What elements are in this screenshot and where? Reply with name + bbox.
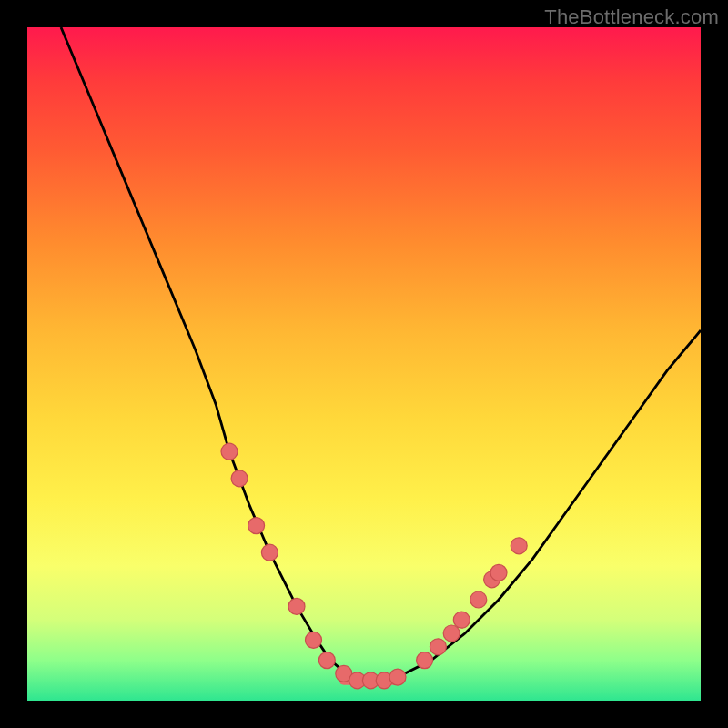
marker-dot	[453, 612, 470, 628]
marker-dot	[490, 564, 507, 581]
marker-dot	[261, 544, 278, 561]
marker-dot	[318, 652, 335, 669]
marker-group	[221, 443, 527, 689]
chart-svg	[27, 27, 701, 701]
chart-plot-area	[27, 27, 701, 701]
bottleneck-curve	[61, 27, 701, 681]
marker-dot	[248, 518, 265, 534]
chart-frame: TheBottleneck.com	[0, 0, 728, 728]
marker-dot	[511, 538, 527, 554]
marker-dot	[231, 470, 248, 487]
marker-dot	[417, 652, 433, 669]
marker-dot	[221, 443, 238, 460]
marker-dot	[430, 639, 446, 655]
marker-dot	[288, 598, 305, 614]
marker-dot	[470, 592, 487, 608]
marker-dot	[389, 669, 406, 685]
marker-dot	[306, 632, 322, 648]
marker-dot	[443, 625, 460, 642]
watermark-text: TheBottleneck.com	[544, 5, 719, 29]
